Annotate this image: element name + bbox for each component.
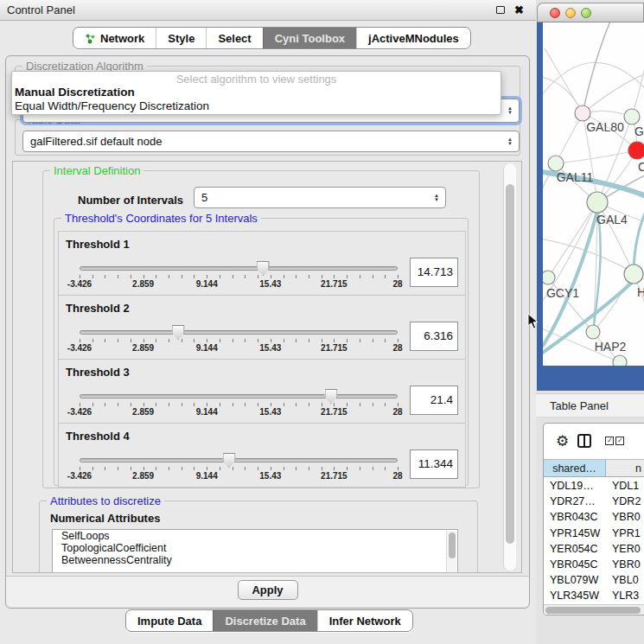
tab-jactivemnodules[interactable]: jActiveMNodules bbox=[356, 28, 470, 48]
slider-tick bbox=[156, 339, 156, 342]
table-cell[interactable]: YBR0 bbox=[606, 509, 644, 525]
float-window-icon[interactable] bbox=[496, 6, 505, 14]
table-cell[interactable]: YDR2 bbox=[606, 494, 644, 509]
network-node[interactable] bbox=[624, 265, 643, 284]
dropdown-option[interactable]: Equal Width/Frequency Discretization bbox=[12, 99, 501, 113]
table-cell[interactable]: YBL0 bbox=[606, 572, 644, 588]
attribute-list-item[interactable]: TopologicalCoefficient bbox=[53, 542, 457, 554]
zoom-traffic-light-icon[interactable] bbox=[581, 8, 591, 18]
table-cell[interactable]: YDL1 bbox=[606, 478, 644, 494]
slider-thumb[interactable] bbox=[222, 453, 235, 468]
slider-tick bbox=[169, 339, 169, 342]
network-node[interactable] bbox=[543, 271, 555, 284]
table-row[interactable]: YBL079WYBL0 bbox=[544, 572, 644, 588]
tab-label: Discretize Data bbox=[225, 615, 305, 628]
attributes-list-scrollbar[interactable] bbox=[446, 531, 456, 573]
table-cell[interactable]: YPR1 bbox=[606, 526, 644, 541]
panel-vertical-scrollbar[interactable] bbox=[503, 163, 516, 571]
attribute-list-item[interactable]: SelfLoops bbox=[53, 530, 457, 542]
slider-track[interactable] bbox=[80, 394, 398, 399]
table-cell[interactable]: YDL19… bbox=[544, 478, 606, 494]
table-row[interactable]: YBR045CYBR0 bbox=[544, 557, 644, 572]
apply-button[interactable]: Apply bbox=[238, 580, 298, 600]
table-data-combobox[interactable]: galFiltered.sif default node ▲▼ bbox=[22, 131, 520, 152]
slider-track[interactable] bbox=[80, 266, 398, 271]
network-node[interactable] bbox=[628, 142, 644, 159]
tab-network[interactable]: Network bbox=[73, 28, 156, 48]
table-cell[interactable]: YER0 bbox=[606, 541, 644, 557]
table-cell[interactable]: YER054C bbox=[544, 541, 606, 557]
table-cell[interactable]: YDR27… bbox=[544, 494, 606, 509]
table-row[interactable]: YPR145WYPR1 bbox=[544, 526, 644, 541]
table-cell[interactable]: YPR145W bbox=[544, 526, 606, 541]
threshold-slider[interactable]: -3.4262.8599.14415.4321.71528 bbox=[80, 330, 398, 353]
slider-tick bbox=[131, 275, 131, 278]
table-column-header[interactable]: n bbox=[606, 460, 644, 476]
network-node[interactable] bbox=[587, 192, 608, 213]
table-cell[interactable]: YLR345W bbox=[544, 588, 606, 603]
gear-icon[interactable]: ⚙ bbox=[556, 434, 569, 449]
threshold-value-field[interactable]: 11.344 bbox=[410, 450, 458, 479]
columns-icon[interactable] bbox=[577, 434, 591, 448]
slider-track[interactable] bbox=[80, 458, 398, 462]
threshold-slider[interactable]: -3.4262.8599.14415.4321.71528 bbox=[80, 266, 398, 289]
threshold-value-field[interactable]: 14.713 bbox=[410, 258, 458, 287]
scrollbar-thumb[interactable] bbox=[449, 532, 456, 558]
table-row[interactable]: YER054CYER0 bbox=[544, 541, 644, 557]
attribute-list-item[interactable]: BetweennessCentrality bbox=[53, 554, 457, 566]
slider-tick bbox=[169, 467, 169, 470]
slider-tick bbox=[118, 339, 118, 342]
slider-tick bbox=[220, 275, 220, 278]
table-cell[interactable]: YBR043C bbox=[544, 509, 606, 525]
tab-label: Impute Data bbox=[137, 615, 201, 628]
tab-label: Style bbox=[168, 32, 194, 45]
network-canvas[interactable]: GAL80GACGAL11GAL4GCY1HHAP2 bbox=[543, 22, 644, 366]
network-node[interactable] bbox=[586, 325, 600, 339]
slider-tick bbox=[284, 467, 284, 470]
dropdown-option[interactable]: Manual Discretization bbox=[12, 86, 501, 99]
slider-track[interactable] bbox=[80, 330, 398, 335]
tab-style[interactable]: Style bbox=[156, 28, 206, 48]
scrollbar-thumb[interactable] bbox=[545, 607, 641, 614]
slider-thumb[interactable] bbox=[324, 389, 337, 404]
slider-tick bbox=[398, 467, 399, 470]
table-horizontal-scrollbar[interactable] bbox=[544, 604, 644, 615]
tab-discretize-data[interactable]: Discretize Data bbox=[213, 610, 316, 631]
tab-infer-network[interactable]: Infer Network bbox=[317, 610, 412, 631]
slider-tick bbox=[309, 403, 309, 406]
num-intervals-combobox[interactable]: 5 ▲▼ bbox=[194, 187, 446, 208]
network-node[interactable] bbox=[575, 105, 590, 121]
close-traffic-light-icon[interactable] bbox=[550, 8, 560, 18]
slider-tick-label: 15.43 bbox=[259, 343, 281, 353]
slider-thumb[interactable] bbox=[172, 325, 185, 340]
threshold-value-field[interactable]: 21.4 bbox=[410, 386, 458, 415]
tab-select[interactable]: Select bbox=[206, 28, 262, 48]
table-cell[interactable]: YBR045C bbox=[544, 557, 606, 572]
network-node[interactable] bbox=[548, 156, 564, 171]
threshold-value-field[interactable]: 6.316 bbox=[410, 322, 458, 351]
network-node-label: GAL4 bbox=[596, 213, 628, 226]
minimize-traffic-light-icon[interactable] bbox=[565, 8, 576, 18]
network-node[interactable] bbox=[624, 109, 640, 124]
threshold-slider[interactable]: -3.4262.8599.14415.4321.71528 bbox=[80, 394, 398, 417]
threshold-slider[interactable]: -3.4262.8599.14415.4321.71528 bbox=[80, 458, 398, 481]
slider-thumb[interactable] bbox=[257, 261, 270, 276]
slider-tick-label: 21.715 bbox=[321, 471, 348, 481]
scrollbar-thumb[interactable] bbox=[506, 184, 514, 544]
checkbox-icon[interactable]: ✓ bbox=[605, 437, 614, 445]
attributes-listbox[interactable]: SelfLoopsTopologicalCoefficientBetweenne… bbox=[52, 529, 458, 573]
network-node[interactable] bbox=[613, 355, 627, 366]
table-row[interactable]: YDR27…YDR2 bbox=[544, 494, 644, 509]
table-row[interactable]: YBR043CYBR0 bbox=[544, 509, 644, 525]
slider-tick bbox=[360, 467, 360, 470]
tab-cyni-toolbox[interactable]: Cyni Toolbox bbox=[263, 28, 356, 48]
tab-impute-data[interactable]: Impute Data bbox=[126, 610, 213, 631]
table-cell[interactable]: YLR3 bbox=[606, 588, 644, 603]
close-icon[interactable]: ✖ bbox=[514, 3, 524, 18]
checkbox-icon[interactable]: ✓ bbox=[615, 437, 624, 445]
table-row[interactable]: YLR345WYLR3 bbox=[544, 588, 644, 603]
table-cell[interactable]: YBL079W bbox=[544, 572, 606, 588]
table-row[interactable]: YDL19…YDL1 bbox=[544, 478, 644, 494]
table-cell[interactable]: YBR0 bbox=[606, 557, 644, 572]
table-column-header[interactable]: shared… bbox=[544, 460, 606, 476]
